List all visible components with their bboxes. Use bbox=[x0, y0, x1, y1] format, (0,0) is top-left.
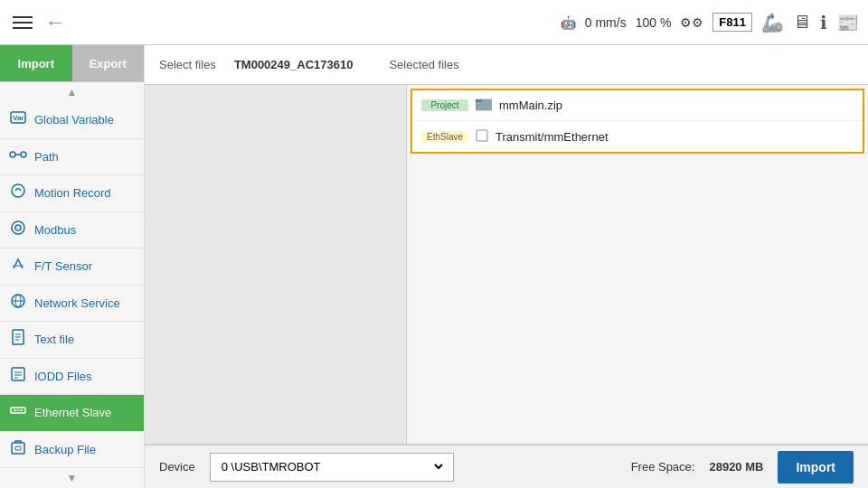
iodd-files-icon bbox=[9, 365, 27, 388]
document-icon[interactable]: 📰 bbox=[836, 12, 859, 33]
svg-rect-27 bbox=[476, 99, 482, 102]
svg-point-3 bbox=[21, 152, 26, 157]
speed-value: 0 mm/s bbox=[585, 15, 627, 30]
main-layout: Import Export ▲ Var Global Variable Path… bbox=[0, 45, 868, 488]
robot-icon: 🤖 bbox=[561, 15, 576, 30]
selected-files-list: Project mmMain.zip EthSlave Transmit/mmE… bbox=[410, 89, 864, 154]
device-label: Device bbox=[159, 460, 195, 474]
scroll-down-arrow[interactable]: ▼ bbox=[0, 468, 144, 488]
export-tab[interactable]: Export bbox=[72, 45, 145, 81]
backup-file-icon bbox=[9, 438, 27, 461]
svg-rect-29 bbox=[476, 130, 487, 141]
ethernet-slave-icon bbox=[9, 401, 27, 424]
path-icon bbox=[9, 145, 27, 168]
zoom-value: 100 % bbox=[636, 15, 672, 30]
selected-files-label: Selected files bbox=[389, 58, 458, 71]
sidebar-item-ethernet-slave[interactable]: Ethernet Slave bbox=[0, 395, 144, 432]
file-panels: Project mmMain.zip EthSlave Transmit/mmE… bbox=[145, 85, 868, 445]
select-files-label: Select files bbox=[159, 58, 216, 71]
sidebar-item-backup-file[interactable]: Backup File bbox=[0, 432, 144, 469]
svg-point-6 bbox=[12, 221, 24, 234]
sidebar-label-iodd-files: IODD Files bbox=[34, 370, 92, 383]
sidebar-label-ethernet-slave: Ethernet Slave bbox=[34, 406, 111, 419]
svg-rect-25 bbox=[15, 446, 21, 450]
robot-arm-icon[interactable]: 🦾 bbox=[761, 12, 784, 33]
svg-point-2 bbox=[10, 152, 15, 157]
file-row-ethslave[interactable]: EthSlave Transmit/mmEthernet bbox=[412, 121, 863, 152]
text-file-icon bbox=[9, 328, 27, 351]
file-name-ethslave: Transmit/mmEthernet bbox=[495, 130, 609, 144]
sidebar-label-motion-record: Motion Record bbox=[34, 186, 111, 200]
right-file-panel: Project mmMain.zip EthSlave Transmit/mmE… bbox=[407, 85, 868, 444]
ft-sensor-icon bbox=[9, 255, 27, 277]
svg-text:Var: Var bbox=[13, 114, 24, 122]
sidebar-item-iodd-files[interactable]: IODD Files bbox=[0, 359, 144, 396]
sidebar-item-text-file[interactable]: Text file bbox=[0, 322, 144, 359]
svg-rect-24 bbox=[12, 443, 24, 454]
back-button[interactable]: ← bbox=[45, 13, 65, 33]
file-row-project[interactable]: Project mmMain.zip bbox=[412, 90, 863, 121]
device-select-wrapper[interactable]: 0 \USB\TMROBOT bbox=[210, 453, 454, 482]
sidebar-item-motion-record[interactable]: Motion Record bbox=[0, 175, 144, 212]
sidebar-label-modbus: Modbus bbox=[34, 223, 76, 237]
sidebar-label-path: Path bbox=[34, 150, 59, 164]
sidebar: Import Export ▲ Var Global Variable Path… bbox=[0, 45, 145, 488]
info-icon[interactable]: ℹ bbox=[820, 12, 827, 33]
sidebar-item-ft-sensor[interactable]: F/T Sensor bbox=[0, 249, 144, 286]
sidebar-label-ft-sensor: F/T Sensor bbox=[34, 259, 92, 273]
monitor-icon[interactable]: 🖥 bbox=[793, 12, 811, 33]
zoom-display: 100 % bbox=[636, 15, 672, 30]
file-id: TM000249_AC173610 bbox=[234, 58, 354, 71]
file-folder-icon bbox=[476, 97, 492, 114]
device-select-input[interactable]: 0 \USB\TMROBOT bbox=[218, 459, 446, 474]
motion-record-icon bbox=[9, 182, 27, 204]
file-name-project: mmMain.zip bbox=[499, 99, 562, 112]
status-icons: 🤖 0 mm/s 100 % ⚙⚙ F811 🦾 🖥 ℹ 📰 bbox=[561, 12, 859, 33]
speed-display: 0 mm/s bbox=[585, 15, 627, 30]
sidebar-label-network-service: Network Service bbox=[34, 296, 120, 310]
left-file-panel bbox=[145, 85, 407, 444]
file-tag-project: Project bbox=[421, 99, 468, 111]
frame-indicator: F811 bbox=[712, 13, 752, 32]
file-checkbox-icon bbox=[476, 129, 488, 145]
menu-hamburger[interactable] bbox=[9, 13, 36, 33]
import-tab[interactable]: Import bbox=[0, 45, 72, 81]
file-header: Select files TM000249_AC173610 Selected … bbox=[145, 45, 868, 85]
modbus-icon bbox=[9, 219, 27, 241]
sidebar-label-backup-file: Backup File bbox=[34, 443, 96, 456]
scroll-up-arrow[interactable]: ▲ bbox=[0, 82, 144, 102]
import-button[interactable]: Import bbox=[778, 451, 854, 483]
sidebar-item-global-variable[interactable]: Var Global Variable bbox=[0, 102, 144, 139]
content-area: Select files TM000249_AC173610 Selected … bbox=[145, 45, 868, 488]
svg-point-7 bbox=[15, 225, 21, 230]
sidebar-label-global-variable: Global Variable bbox=[34, 113, 114, 127]
file-tag-ethslave: EthSlave bbox=[421, 131, 468, 143]
svg-rect-16 bbox=[12, 368, 24, 380]
global-variable-icon: Var bbox=[9, 108, 27, 131]
top-bar: ← 🤖 0 mm/s 100 % ⚙⚙ F811 🦾 🖥 ℹ 📰 bbox=[0, 0, 868, 45]
free-space-label: Free Space: bbox=[631, 460, 695, 474]
connection-icon: ⚙⚙ bbox=[680, 15, 703, 30]
svg-point-22 bbox=[14, 409, 15, 411]
bottom-bar: Device 0 \USB\TMROBOT Free Space: 28920 … bbox=[145, 445, 868, 488]
tab-buttons: Import Export bbox=[0, 45, 144, 82]
sidebar-item-modbus[interactable]: Modbus bbox=[0, 212, 144, 249]
svg-point-23 bbox=[21, 409, 23, 411]
sidebar-item-path[interactable]: Path bbox=[0, 139, 144, 176]
sidebar-label-text-file: Text file bbox=[34, 333, 74, 346]
sidebar-item-network-service[interactable]: Network Service bbox=[0, 286, 144, 323]
svg-point-5 bbox=[12, 184, 24, 197]
free-space-value: 28920 MB bbox=[709, 460, 763, 474]
network-service-icon bbox=[9, 292, 27, 314]
